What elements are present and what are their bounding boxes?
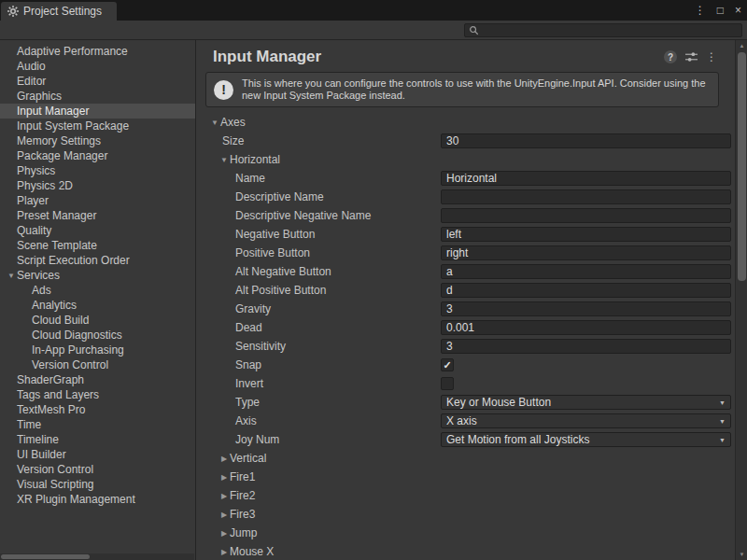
tab-project-settings[interactable]: Project Settings [1,2,117,21]
foldout-label-fire3[interactable]: Fire3 [230,508,255,521]
sidebar-item-editor[interactable]: Editor [0,74,195,89]
field-descriptive-name[interactable] [441,189,731,204]
foldout-expanded-icon[interactable]: ▼ [209,119,220,127]
sidebar-item-graphics[interactable]: Graphics [0,89,195,104]
foldout-expanded-icon[interactable]: ▼ [218,156,230,164]
row-alt-positive-button: Alt Positive Buttond [196,281,747,300]
foldout-collapsed-icon[interactable]: ▶ [218,529,230,538]
dropdown-joy-num[interactable]: Get Motion from all Joysticks▼ [441,432,731,447]
scroll-down-icon[interactable]: ▼ [736,552,747,557]
window-menu-icon[interactable]: ⋮ [695,4,706,17]
search-input[interactable] [483,24,738,35]
sidebar-item-cloud-build[interactable]: Cloud Build [0,313,195,328]
sidebar-item-quality[interactable]: Quality [0,223,195,238]
foldout-label-horizontal[interactable]: Horizontal [230,153,280,166]
sidebar-item-label: Services [17,269,60,282]
field-name[interactable]: Horizontal [441,171,731,186]
foldout-collapsed-icon[interactable]: ▶ [218,492,230,500]
row-label-zone: Joy Num [196,433,441,446]
sidebar-item-label: Quality [17,224,51,237]
sidebar-item-ads[interactable]: Ads [0,283,195,298]
foldout-collapsed-icon[interactable]: ▶ [218,548,230,556]
dropdown-type[interactable]: Key or Mouse Button▼ [441,395,731,410]
foldout-label-fire2[interactable]: Fire2 [230,489,255,502]
sidebar-item-textmesh-pro[interactable]: TextMesh Pro [0,402,195,417]
checkbox-snap[interactable]: ✓ [441,358,454,371]
foldout-label-jump[interactable]: Jump [230,526,257,539]
sidebar-item-package-manager[interactable]: Package Manager [0,148,195,163]
sidebar-item-label: TextMesh Pro [17,403,85,416]
field-alt-positive-button[interactable]: d [441,283,731,298]
field-dead[interactable]: 0.001 [441,320,731,335]
sidebar-item-analytics[interactable]: Analytics [0,298,195,313]
checkbox-invert[interactable] [441,377,454,390]
row-value-zone: Horizontal [441,171,731,186]
sidebar-item-adaptive-performance[interactable]: Adaptive Performance [0,44,195,59]
sidebar-item-version-control[interactable]: Version Control [0,357,195,372]
help-icon[interactable]: ? [664,50,677,63]
sidebar-item-in-app-purchasing[interactable]: In-App Purchasing [0,343,195,357]
field-negative-button[interactable]: left [441,227,731,242]
sidebar-item-timeline[interactable]: Timeline [0,432,195,447]
sidebar-item-tags-and-layers[interactable]: Tags and Layers [0,387,195,402]
sidebar-item-label: Cloud Build [32,314,89,327]
sidebar-item-label: Editor [17,75,46,88]
scroll-up-icon[interactable]: ▲ [736,43,747,49]
field-positive-button[interactable]: right [441,245,731,260]
foldout-expanded-icon[interactable]: ▼ [6,272,17,280]
sidebar-horizontal-scrollbar[interactable] [0,553,194,560]
field-sensitivity[interactable]: 3 [441,339,731,354]
dropdown-value: Get Motion from all Joysticks [446,433,589,446]
row-type: TypeKey or Mouse Button▼ [196,393,747,412]
sidebar-item-input-system-package[interactable]: Input System Package [0,119,195,133]
sidebar-item-label: Graphics [17,90,62,103]
sidebar-item-time[interactable]: Time [0,417,195,432]
dropdown-axis[interactable]: X axis▼ [441,413,731,428]
row-label-zone: ▶Fire3 [196,508,441,521]
sidebar-item-scene-template[interactable]: Scene Template [0,238,195,253]
row-mouse-x: ▶Mouse X [196,542,747,560]
sidebar-item-services[interactable]: ▼Services [0,268,195,283]
horizontal-scrollbar-thumb[interactable] [1,554,90,559]
row-name: NameHorizontal [196,169,747,188]
toolbar [0,21,747,40]
field-alt-negative-button[interactable]: a [441,264,731,279]
foldout-label-vertical[interactable]: Vertical [230,452,266,465]
context-menu-icon[interactable]: ⋮ [706,50,717,63]
foldout-label-mouse-x[interactable]: Mouse X [230,545,274,558]
maximize-icon[interactable]: □ [717,4,724,17]
field-size[interactable]: 30 [441,133,731,148]
field-label-descriptive-negative-name: Descriptive Negative Name [235,209,371,222]
row-value-zone: ✓ [441,358,731,371]
sidebar-item-physics-2d[interactable]: Physics 2D [0,178,195,193]
field-descriptive-negative-name[interactable] [441,208,731,223]
main-panel: Input Manager ? ⋮ ! This is where you ca… [196,40,747,560]
sidebar-item-player[interactable]: Player [0,193,195,208]
foldout-collapsed-icon[interactable]: ▶ [218,511,230,519]
page-title: Input Manager [213,48,664,66]
sidebar-item-input-manager[interactable]: Input Manager [0,104,195,119]
field-label-axis: Axis [235,414,257,427]
sidebar-item-visual-scripting[interactable]: Visual Scripting [0,477,195,492]
sidebar-item-audio[interactable]: Audio [0,59,195,74]
sidebar-item-preset-manager[interactable]: Preset Manager [0,208,195,223]
preset-icon[interactable] [685,51,698,63]
sidebar-item-shadergraph[interactable]: ShaderGraph [0,372,195,387]
foldout-label-axes[interactable]: Axes [220,116,246,129]
sidebar-item-xr-plugin-management[interactable]: XR Plugin Management [0,492,195,507]
vertical-scrollbar[interactable]: ▲ ▼ [735,40,747,560]
foldout-label-fire1[interactable]: Fire1 [230,470,255,483]
sidebar-item-ui-builder[interactable]: UI Builder [0,447,195,462]
foldout-collapsed-icon[interactable]: ▶ [218,473,230,482]
close-icon[interactable]: × [735,4,741,17]
scrollbar-thumb[interactable] [738,52,746,281]
sidebar-item-script-execution-order[interactable]: Script Execution Order [0,253,195,268]
sidebar-item-memory-settings[interactable]: Memory Settings [0,133,195,148]
search-box[interactable] [464,23,742,37]
foldout-collapsed-icon[interactable]: ▶ [218,455,230,463]
sidebar-item-physics[interactable]: Physics [0,163,195,178]
sidebar-item-version-control[interactable]: Version Control [0,462,195,477]
row-sensitivity: Sensitivity3 [196,337,747,356]
field-gravity[interactable]: 3 [441,301,731,316]
sidebar-item-cloud-diagnostics[interactable]: Cloud Diagnostics [0,328,195,343]
